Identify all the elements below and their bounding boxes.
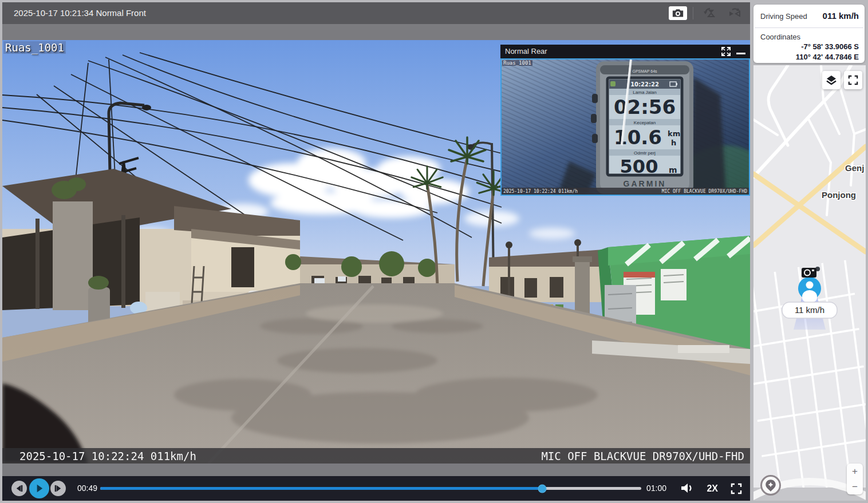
playback-speed-button[interactable]: 2X <box>707 476 718 501</box>
pip-title: Normal Rear <box>505 45 547 58</box>
pip-dashcam-overlay: 2025-10-17 10:22:24 011km/h MIC OFF BLAC… <box>502 188 749 195</box>
zoom-in-button[interactable]: + <box>847 464 863 479</box>
previous-frame-icon <box>15 484 23 493</box>
gps-brand-label: GARMIN <box>624 179 666 188</box>
spacer-band-bottom <box>2 464 750 476</box>
next-frame-icon <box>54 484 62 493</box>
gps-trip-value: 02:56 <box>614 96 676 118</box>
current-time: 00:49 <box>77 476 97 501</box>
gps-speed-unit-top: km <box>668 129 680 138</box>
fullscreen-button[interactable] <box>731 483 742 494</box>
sync-disabled-icon[interactable] <box>702 7 717 19</box>
capture-screenshot-button[interactable] <box>669 6 687 20</box>
speaker-icon <box>680 482 694 494</box>
gps-status-time: 10:22:22 <box>630 81 659 88</box>
play-button[interactable] <box>29 478 49 498</box>
dashcam-overlay: 2025-10-17 10:22:24 011km/h MIC OFF BLAC… <box>2 448 750 464</box>
map-fullscreen-button[interactable] <box>844 71 862 89</box>
flip-camera-disabled-icon[interactable] <box>727 7 742 19</box>
pip-titlebar[interactable]: Normal Rear <box>500 45 750 58</box>
front-video[interactable]: Ruas_1001 2025-10-17 10:22:24 011km/h MI… <box>2 40 750 464</box>
dashcam-device-label: MIC OFF BLACKVUE DR970X/UHD-FHD <box>541 450 744 462</box>
pip-dashcam-device-label: MIC OFF BLACKVUE DR970X/UHD-FHD <box>662 189 747 194</box>
pip-road-segment-label: Ruas_1001 <box>502 60 532 66</box>
gps-trip-label: Lama Jalan <box>633 90 656 95</box>
video-column: 2025-10-17 10:21:34 Normal Front <box>2 2 750 501</box>
gps-model-label: GPSMAP 64s <box>632 69 657 73</box>
volume-button[interactable] <box>680 482 694 494</box>
map-zoom-control: + − <box>847 464 863 494</box>
road-segment-label: Ruas_1001 <box>3 41 66 54</box>
map-fullscreen-icon <box>848 75 858 85</box>
pip-minimize-icon[interactable] <box>736 53 745 54</box>
locate-vehicle-button[interactable] <box>760 475 781 496</box>
card-divider <box>755 27 863 28</box>
pip-video[interactable]: GPSMAP 64s 10:22:22 Lama Jalan 02:56 Kec… <box>500 58 750 196</box>
toolbar-divider <box>693 7 693 19</box>
map-layers-button[interactable] <box>822 71 841 89</box>
gps-odo-label: Odmtr perj <box>634 150 656 156</box>
titlebar: 2025-10-17 10:21:34 Normal Front <box>2 2 750 24</box>
location-pin-icon <box>764 478 777 492</box>
marker-speed-label: 11 km/h <box>795 305 824 315</box>
dashcam-timestamp: 2025-10-17 10:22:24 011km/h <box>19 450 196 462</box>
coordinates-label: Coordinates <box>760 33 800 41</box>
gps-odo-value: 500 <box>620 156 658 177</box>
driving-speed-label: Driving Speed <box>760 12 807 21</box>
blackvue-viewer-window: 2025-10-17 10:21:34 Normal Front <box>0 0 868 503</box>
pip-expand-icon[interactable] <box>721 47 731 56</box>
gps-odo-unit: m <box>669 165 677 175</box>
map-panel[interactable]: Genj Ponjong 11 km/h <box>753 65 866 501</box>
progress-thumb[interactable] <box>538 484 547 493</box>
side-panel: Driving Speed 011 km/h Coordinates -7° 5… <box>752 2 866 501</box>
fullscreen-icon <box>731 483 742 494</box>
telemetry-card: Driving Speed 011 km/h Coordinates -7° 5… <box>753 5 865 63</box>
camera-icon <box>672 8 684 18</box>
player-controls: 00:49 01:00 2X <box>2 476 750 501</box>
gps-speed-unit-bottom: h <box>671 138 676 147</box>
longitude-value: 110° 42' 44.7846 E <box>796 53 859 61</box>
map-label-ponjong: Ponjong <box>822 190 856 200</box>
map-label-genj: Genj <box>845 163 864 173</box>
play-icon <box>34 483 45 494</box>
driving-speed-value: 011 km/h <box>823 11 859 21</box>
next-frame-button[interactable] <box>50 481 66 496</box>
progress-fill <box>100 487 542 490</box>
zoom-out-button[interactable]: − <box>847 479 863 494</box>
pip-dashcam-timestamp: 2025-10-17 10:22:24 011km/h <box>503 189 578 194</box>
map-canvas: Genj Ponjong 11 km/h <box>753 65 866 501</box>
gps-speed-label: Kecepatan <box>634 120 656 125</box>
previous-frame-button[interactable] <box>11 481 27 496</box>
total-time: 01:00 <box>646 476 666 501</box>
pip-window[interactable]: Normal Rear <box>500 45 750 196</box>
camera-badge-icon <box>802 268 816 278</box>
layers-icon <box>826 74 837 86</box>
spacer-band-top <box>2 24 750 40</box>
rear-camera-scene: GPSMAP 64s 10:22:22 Lama Jalan 02:56 Kec… <box>502 60 749 195</box>
video-title: 2025-10-17 10:21:34 Normal Front <box>14 2 146 24</box>
seek-bar[interactable] <box>100 487 641 490</box>
gps-speed-value: 10.6 <box>614 126 662 149</box>
latitude-value: -7° 58' 33.9066 S <box>801 42 859 51</box>
